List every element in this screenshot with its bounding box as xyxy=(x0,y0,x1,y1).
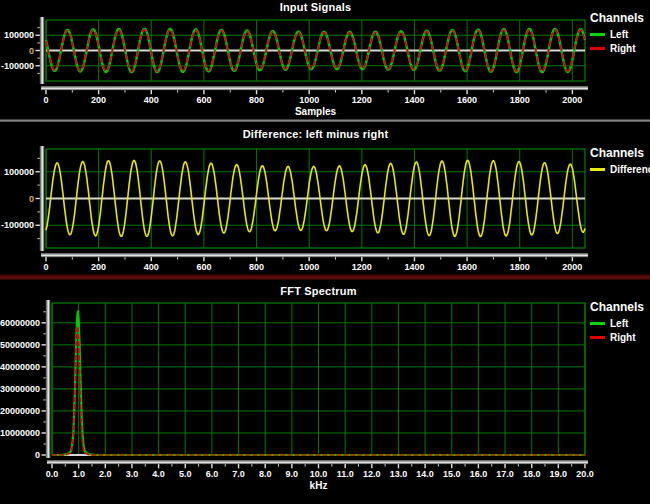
legend-input-signals: ChannelsLeftRight xyxy=(590,11,650,57)
x-tick-label: 400 xyxy=(144,95,159,105)
x-tick-label: 1800 xyxy=(510,262,530,272)
y-tick-label: 50000000 xyxy=(0,340,40,350)
x-tick-label: 600 xyxy=(196,262,211,272)
x-tick-label: 1400 xyxy=(404,262,424,272)
legend-swatch xyxy=(590,168,605,171)
y-tick-label: 0 xyxy=(29,46,34,56)
x-tick-label: 1600 xyxy=(457,262,477,272)
y-tick-label: 20000000 xyxy=(0,406,40,416)
x-tick-label: 20.0 xyxy=(576,469,594,479)
y-axis-bar xyxy=(47,300,49,458)
y-tick-label: 40000000 xyxy=(0,362,40,372)
x-tick-label: 200 xyxy=(91,95,106,105)
x-axis-bar xyxy=(41,254,588,256)
legend-title: Channels xyxy=(590,300,650,314)
legend-title: Channels xyxy=(590,146,650,160)
x-axis-title: kHz xyxy=(310,480,328,491)
x-tick-label: 1400 xyxy=(404,95,424,105)
y-axis-bar xyxy=(43,146,44,251)
legend-item-left: Left xyxy=(590,318,650,329)
x-tick-label: 2.0 xyxy=(99,469,112,479)
x-tick-label: 6.0 xyxy=(206,469,219,479)
y-tick-label: 30000000 xyxy=(0,384,40,394)
x-axis-bar xyxy=(41,253,588,254)
y-axis-bar xyxy=(43,17,44,84)
plot-area-fft-spectrum: 6000000050000000400000003000000020000000… xyxy=(0,280,650,504)
x-tick-label: 3.0 xyxy=(126,469,139,479)
x-axis-bar xyxy=(41,86,588,87)
legend-swatch xyxy=(590,47,605,50)
x-tick-label: 200 xyxy=(91,262,106,272)
chart-panel-input-signals: 1000000-10000002004006008001000120014001… xyxy=(0,0,650,119)
y-tick-label: -100000 xyxy=(1,220,34,230)
x-tick-label: 2000 xyxy=(562,95,582,105)
x-tick-label: 800 xyxy=(249,95,264,105)
x-tick-label: 16.0 xyxy=(470,469,488,479)
x-tick-label: 18.0 xyxy=(523,469,541,479)
x-tick-label: 1.0 xyxy=(72,469,85,479)
legend-item-difference: Difference xyxy=(590,164,650,175)
x-tick-label: 9.0 xyxy=(286,469,299,479)
x-tick-label: 10.0 xyxy=(310,469,328,479)
y-axis-bar xyxy=(41,146,43,251)
x-tick-label: 1200 xyxy=(352,95,372,105)
legend-label: Difference xyxy=(610,164,650,175)
x-tick-label: 2000 xyxy=(562,262,582,272)
legend-label: Left xyxy=(610,29,628,40)
x-tick-label: 14.0 xyxy=(416,469,434,479)
plot-area-difference: 1000000-10000002004006008001000120014001… xyxy=(0,122,650,274)
plot-area-input-signals: 1000000-10000002004006008001000120014001… xyxy=(0,0,650,119)
x-tick-label: 1000 xyxy=(299,95,319,105)
y-axis-bar xyxy=(49,300,50,458)
x-tick-label: 7.0 xyxy=(232,469,245,479)
y-tick-label: 0 xyxy=(35,450,40,460)
x-tick-label: 19.0 xyxy=(550,469,568,479)
y-tick-label: 60000000 xyxy=(0,318,40,328)
x-tick-label: 12.0 xyxy=(363,469,381,479)
chart-panel-difference: 1000000-10000002004006008001000120014001… xyxy=(0,122,650,274)
x-axis-bar xyxy=(41,256,588,257)
legend-difference: ChannelsDifference xyxy=(590,146,650,178)
legend-label: Right xyxy=(610,43,636,54)
x-tick-label: 17.0 xyxy=(496,469,514,479)
x-axis-bar xyxy=(41,87,588,89)
x-tick-label: 13.0 xyxy=(390,469,408,479)
chart-title-difference: Difference: left minus right xyxy=(46,128,585,140)
x-tick-label: 400 xyxy=(144,262,159,272)
legend-swatch xyxy=(590,33,605,36)
x-axis-bar xyxy=(47,463,588,464)
legend-title: Channels xyxy=(590,11,650,25)
legend-label: Right xyxy=(610,332,636,343)
legend-fft-spectrum: ChannelsLeftRight xyxy=(590,300,650,346)
x-axis-bar xyxy=(47,460,588,461)
chart-title-input-signals: Input Signals xyxy=(46,1,585,13)
y-tick-label: 100000 xyxy=(4,167,34,177)
y-axis-bar xyxy=(40,17,41,84)
y-tick-label: 10000000 xyxy=(0,428,40,438)
x-tick-label: 1600 xyxy=(457,95,477,105)
x-tick-label: 5.0 xyxy=(179,469,192,479)
x-tick-label: 800 xyxy=(249,262,264,272)
x-axis-bar xyxy=(47,461,588,463)
chart-title-fft-spectrum: FFT Spectrum xyxy=(52,285,585,297)
y-axis-bar xyxy=(40,146,41,251)
y-tick-label: 0 xyxy=(29,194,34,204)
legend-swatch xyxy=(590,336,605,339)
signal-analyzer-window: 1000000-10000002004006008001000120014001… xyxy=(0,0,650,504)
x-tick-label: 0 xyxy=(43,95,48,105)
x-tick-label: 15.0 xyxy=(443,469,461,479)
y-tick-label: 100000 xyxy=(4,30,34,40)
y-axis-bar xyxy=(41,17,43,84)
x-tick-label: 11.0 xyxy=(337,469,354,479)
chart-panel-fft-spectrum: 6000000050000000400000003000000020000000… xyxy=(0,280,650,504)
x-tick-label: 4.0 xyxy=(152,469,165,479)
legend-item-right: Right xyxy=(590,332,650,343)
x-tick-label: 1800 xyxy=(510,95,530,105)
legend-item-left: Left xyxy=(590,29,650,40)
x-tick-label: 0 xyxy=(43,262,48,272)
y-axis-bar xyxy=(46,300,47,458)
legend-label: Left xyxy=(610,318,628,329)
x-tick-label: 1200 xyxy=(352,262,372,272)
x-tick-label: 0.0 xyxy=(46,469,59,479)
x-tick-label: 1000 xyxy=(299,262,319,272)
